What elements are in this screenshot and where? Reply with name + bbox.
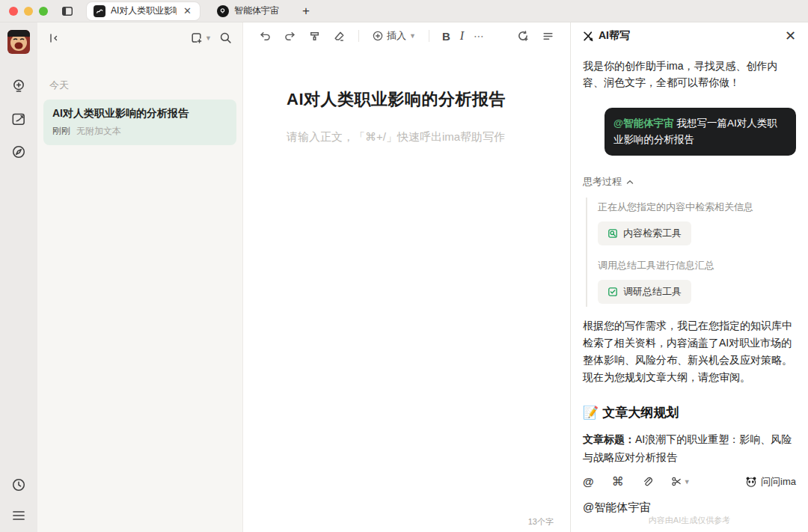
article-title-label: 文章标题： — [583, 433, 635, 445]
zoom-window-button[interactable] — [39, 7, 48, 16]
close-window-button[interactable] — [9, 7, 18, 16]
bold-button[interactable]: B — [438, 27, 455, 46]
history-clock-icon[interactable] — [10, 477, 27, 493]
ima-logo-icon — [94, 5, 105, 17]
tool-pill-content-search[interactable]: 内容检索工具 — [598, 221, 691, 245]
new-tab-button[interactable]: + — [302, 4, 310, 19]
clear-format-eraser-icon[interactable] — [328, 27, 350, 46]
tab-label: AI对人类职业影响的分析报告 — [111, 4, 177, 17]
assistant-input-area[interactable]: @ ⌘ ▼ 问问ima @智能体宇宙 — [583, 474, 796, 515]
assistant-reply: 根据您的写作需求，我已在您指定的知识库中检索了相关资料，内容涵盖了AI对职业市场… — [583, 317, 796, 386]
doc-group-label: 今天 — [49, 79, 242, 92]
collapse-panel-icon[interactable] — [48, 32, 60, 44]
tool-pill-label: 内容检索工具 — [623, 227, 682, 240]
document-list-panel: ▼ 今天 AI对人类职业影响的分析报告 刚刚 无附加文本 — [37, 22, 243, 532]
article-title-line: 文章标题：AI浪潮下的职业重塑：影响、风险与战略应对分析报告 — [583, 431, 796, 467]
editor-toolbar: 插入 ▼ B I ⋯ — [243, 22, 570, 49]
knowledge-add-icon[interactable] — [10, 78, 27, 94]
more-tools-icon[interactable]: ⋯ — [469, 27, 489, 45]
ai-write-pen-icon — [583, 31, 594, 42]
ai-rewrite-icon[interactable] — [512, 26, 534, 46]
menu-hamburger-icon[interactable] — [11, 510, 26, 522]
mention-at-icon[interactable]: @ — [583, 475, 594, 488]
close-panel-icon[interactable]: ✕ — [785, 29, 796, 43]
doc-item-meta: 无附加文本 — [76, 125, 121, 138]
mention-tag[interactable]: @智能体宇宙 — [613, 117, 674, 129]
italic-button[interactable]: I — [458, 29, 466, 43]
command-key-icon[interactable]: ⌘ — [612, 474, 624, 489]
body-placeholder[interactable]: 请输入正文，「⌘+/」快速呼出ima帮助写作 — [287, 130, 527, 144]
minimize-window-button[interactable] — [24, 7, 33, 16]
content-search-tool-icon — [607, 228, 618, 239]
doc-list-item[interactable]: AI对人类职业影响的分析报告 刚刚 无附加文本 — [43, 100, 236, 145]
thinking-step-text: 正在从您指定的内容中检索相关信息 — [598, 201, 796, 214]
thinking-steps: 正在从您指定的内容中检索相关信息 内容检索工具 调用总结工具进行信息汇总 调研总… — [586, 198, 796, 307]
scissors-caret-icon: ▼ — [684, 478, 691, 486]
traffic-lights — [9, 7, 48, 16]
input-toolbar: @ ⌘ ▼ 问问ima — [583, 474, 796, 489]
tool-pill-research-summary[interactable]: 调研总结工具 — [598, 280, 691, 304]
panda-icon — [745, 476, 757, 488]
research-summary-tool-icon — [607, 287, 618, 297]
new-document-icon[interactable] — [190, 31, 203, 44]
tab-close-icon[interactable]: ✕ — [182, 5, 193, 16]
ai-assistant-panel: AI帮写 ✕ 我是你的创作助手ima，寻找灵感、创作内容、润色文字，全都可以帮你… — [570, 22, 808, 532]
assistant-title: AI帮写 — [599, 29, 630, 43]
input-mention-text[interactable]: @智能体宇宙 — [583, 501, 796, 515]
window-tab-bar: AI对人类职业影响的分析报告 ✕ 智能体宇宙 + — [0, 0, 808, 22]
insert-label: 插入 — [387, 29, 406, 43]
attachment-paperclip-icon[interactable] — [642, 476, 653, 487]
tab-agent-universe[interactable]: 智能体宇宙 — [210, 2, 286, 20]
assistant-header: AI帮写 ✕ — [583, 22, 796, 50]
insert-button[interactable]: 插入 ▼ — [367, 26, 420, 46]
editor-area: 插入 ▼ B I ⋯ AI对人类职业影响的分析报告 请输入正文，「⌘+/」快速呼… — [243, 22, 570, 532]
new-document-caret-icon[interactable]: ▼ — [205, 34, 212, 42]
thinking-label: 思考过程 — [583, 175, 622, 189]
search-icon[interactable] — [219, 31, 232, 44]
sidebar-toggle-icon[interactable] — [61, 5, 73, 17]
user-message-bubble: @智能体宇宙 我想写一篇AI对人类职业影响的分析报告 — [605, 108, 796, 156]
redo-icon[interactable] — [279, 27, 301, 46]
outline-heading-text: 文章大纲规划 — [602, 404, 679, 421]
ai-disclaimer: 内容由AI生成仅供参考 — [583, 515, 796, 532]
doc-panel-header: ▼ — [37, 22, 242, 44]
chevron-up-icon — [626, 180, 634, 185]
user-avatar[interactable] — [7, 30, 30, 54]
outline-heading: 📝 文章大纲规划 — [583, 404, 796, 421]
undo-icon[interactable] — [254, 27, 276, 46]
doc-item-title: AI对人类职业影响的分析报告 — [52, 107, 227, 120]
tab-document[interactable]: AI对人类职业影响的分析报告 ✕ — [87, 2, 200, 20]
doc-item-time: 刚刚 — [52, 125, 70, 138]
format-painter-icon[interactable] — [304, 27, 325, 46]
tab-label: 智能体宇宙 — [234, 4, 279, 17]
tool-pill-label: 调研总结工具 — [623, 285, 682, 299]
compose-icon[interactable] — [10, 111, 27, 127]
word-count: 13个字 — [528, 516, 554, 528]
insert-caret-icon: ▼ — [409, 32, 416, 40]
ask-ima-button[interactable]: 问问ima — [745, 475, 796, 489]
agent-universe-icon — [217, 5, 229, 17]
assistant-intro: 我是你的创作助手ima，寻找灵感、创作内容、润色文字，全都可以帮你做！ — [583, 58, 796, 91]
thinking-toggle[interactable]: 思考过程 — [583, 175, 796, 189]
outline-icon[interactable] — [537, 27, 559, 46]
memo-emoji-icon: 📝 — [583, 405, 599, 421]
document-title[interactable]: AI对人类职业影响的分析报告 — [287, 88, 527, 111]
discover-compass-icon[interactable] — [10, 144, 27, 160]
left-nav-rail — [0, 22, 37, 532]
snippet-scissors-icon[interactable]: ▼ — [671, 476, 691, 487]
thinking-step-text: 调用总结工具进行信息汇总 — [598, 259, 796, 272]
ask-ima-label: 问问ima — [761, 475, 796, 489]
